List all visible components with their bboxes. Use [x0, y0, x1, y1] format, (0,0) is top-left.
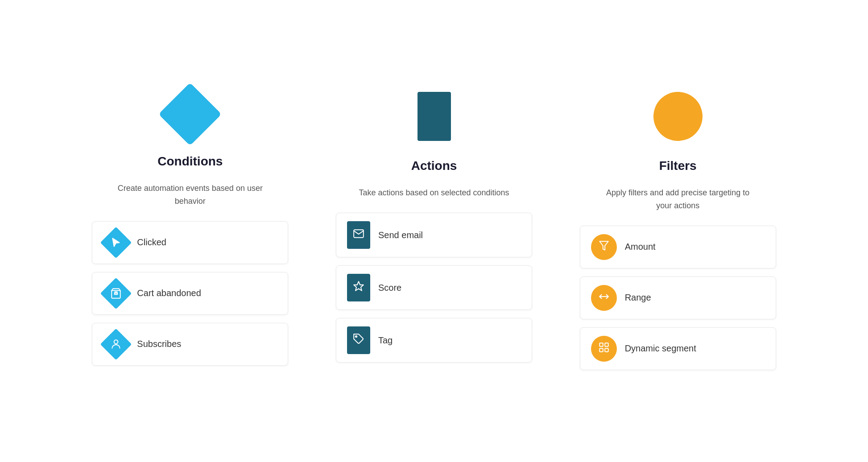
svg-rect-11	[599, 348, 603, 352]
tag-label: Tag	[378, 335, 393, 346]
cart-abandoned-icon-wrap	[103, 280, 129, 306]
conditions-item-clicked[interactable]: Clicked	[92, 221, 288, 264]
actions-item-tag[interactable]: Tag	[336, 318, 532, 363]
conditions-hero	[168, 92, 212, 136]
send-email-label: Send email	[378, 230, 423, 240]
conditions-title: Conditions	[157, 154, 223, 169]
conditions-item-subscribes[interactable]: Subscribes	[92, 323, 288, 366]
send-email-icon-wrap	[347, 221, 370, 249]
range-icon-wrap	[591, 285, 617, 311]
tag-icon	[353, 333, 364, 347]
conditions-desc: Create automation events based on user b…	[114, 182, 266, 208]
svg-marker-5	[354, 281, 364, 291]
conditions-items-list: Clicked	[92, 221, 288, 366]
envelope-icon	[353, 228, 364, 242]
page-container: Conditions Create automation events base…	[9, 92, 859, 370]
score-icon-wrap	[347, 274, 370, 301]
actions-items-list: Send email Score	[336, 213, 532, 363]
segment-icon	[598, 342, 610, 356]
range-label: Range	[625, 293, 651, 303]
filters-column: Filters Apply filters and add precise ta…	[565, 92, 791, 370]
cart-icon	[110, 288, 122, 299]
subscribes-icon-wrap	[103, 331, 129, 357]
conditions-column: Conditions Create automation events base…	[77, 92, 303, 366]
filters-hero	[653, 92, 703, 141]
filters-desc: Apply filters and add precise targeting …	[602, 186, 754, 212]
cursor-icon	[110, 237, 122, 248]
conditions-item-cart-abandoned[interactable]: Cart abandoned	[92, 272, 288, 315]
actions-title: Actions	[411, 159, 457, 173]
dynamic-segment-icon-wrap	[591, 336, 617, 362]
filters-circle-icon	[653, 92, 703, 141]
svg-point-6	[355, 336, 357, 337]
svg-rect-10	[605, 343, 608, 346]
filters-item-range[interactable]: Range	[580, 276, 776, 319]
actions-column: Actions Take actions based on selected c…	[321, 92, 547, 363]
dynamic-segment-label: Dynamic segment	[625, 343, 696, 354]
subscribes-label: Subscribes	[137, 339, 181, 349]
star-icon	[353, 280, 364, 295]
svg-rect-9	[599, 343, 603, 346]
person-icon	[110, 338, 122, 350]
actions-item-send-email[interactable]: Send email	[336, 213, 532, 257]
actions-item-score[interactable]: Score	[336, 265, 532, 310]
clicked-icon-wrap	[103, 230, 129, 256]
conditions-diamond-icon	[159, 82, 222, 145]
svg-point-3	[114, 340, 118, 344]
clicked-label: Clicked	[137, 237, 166, 248]
filters-title: Filters	[659, 159, 697, 173]
svg-marker-7	[599, 241, 608, 250]
amount-icon-wrap	[591, 234, 617, 260]
score-label: Score	[378, 283, 401, 293]
amount-label: Amount	[625, 242, 656, 252]
filters-item-amount[interactable]: Amount	[580, 226, 776, 268]
actions-rect-icon	[417, 92, 451, 141]
columns-wrapper: Conditions Create automation events base…	[77, 92, 791, 370]
tag-icon-wrap	[347, 326, 370, 354]
filter-icon	[598, 240, 610, 254]
filters-items-list: Amount Range	[580, 226, 776, 370]
svg-rect-12	[605, 348, 608, 352]
actions-desc: Take actions based on selected condition…	[359, 186, 509, 199]
range-icon	[598, 291, 610, 305]
cart-abandoned-label: Cart abandoned	[137, 288, 201, 298]
filters-item-dynamic-segment[interactable]: Dynamic segment	[580, 327, 776, 370]
actions-hero	[417, 92, 451, 141]
